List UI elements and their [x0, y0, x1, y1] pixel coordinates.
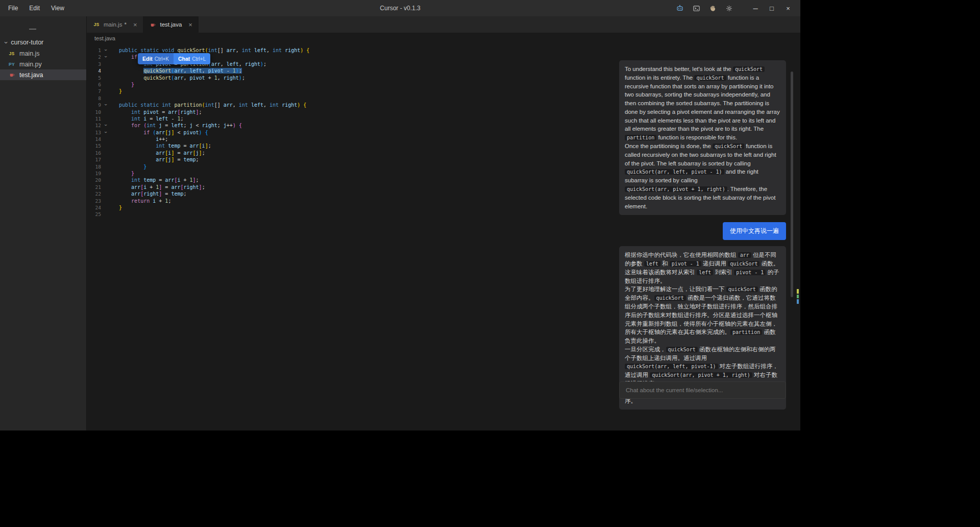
inline-ai-widget: Edit Ctrl+K Chat Ctrl+L: [138, 53, 210, 64]
minimize-button[interactable]: ─: [747, 0, 764, 16]
menubar: File Edit View: [0, 5, 64, 12]
inline-code-chip: left: [644, 261, 660, 267]
explorer-sidebar: › cursor-tutor JS main.js PY main.py tes…: [0, 16, 87, 430]
file-label: main.js: [19, 50, 40, 57]
java-file-icon: [149, 21, 157, 27]
inline-code-chip: arr: [738, 252, 751, 258]
chat-scrollbar[interactable]: [791, 71, 793, 297]
titlebar: File Edit View Cursor - v0.1.3: [0, 0, 800, 16]
terminal-icon[interactable]: [688, 0, 704, 16]
sidebar-item-main-py[interactable]: PY main.py: [0, 59, 86, 69]
inline-code-chip: quickSort: [654, 295, 686, 301]
breadcrumb-item[interactable]: test.java: [94, 35, 115, 41]
robot-icon[interactable]: [672, 0, 688, 16]
inline-code-chip: left: [697, 270, 713, 275]
tab-main-js[interactable]: JS main.js * ×: [87, 16, 143, 33]
inline-code-chip: pivot - 1: [734, 270, 766, 275]
chat-shortcut: Ctrl+L: [192, 56, 206, 62]
inline-code-chip: quickSort: [726, 286, 758, 292]
tab-label: main.js: [104, 21, 122, 28]
tab-test-java[interactable]: test.java ×: [143, 16, 199, 33]
menu-edit[interactable]: Edit: [29, 5, 40, 12]
python-file-icon: PY: [8, 62, 16, 67]
inline-code-chip: quickSort: [733, 66, 765, 72]
close-tab-icon[interactable]: ×: [133, 21, 137, 29]
close-button[interactable]: ×: [780, 0, 796, 16]
sidebar-divider: [29, 29, 36, 30]
hand-icon[interactable]: [704, 0, 721, 16]
inline-code-chip: quickSort(arr, left, pivot-1): [625, 364, 718, 369]
edit-label: Edit: [142, 56, 153, 62]
modified-marker: *: [124, 21, 126, 28]
chat-button[interactable]: Chat Ctrl+L: [174, 53, 210, 64]
chat-label: Chat: [178, 56, 190, 62]
ai-chat-panel: To understand this better, let's look at…: [619, 16, 786, 430]
inline-code-chip: partition: [625, 135, 656, 140]
inline-code-chip: quickSort(arr, pivot + 1, right): [625, 186, 727, 192]
inline-code-chip: quickSort(arr, pivot + 1, right): [650, 372, 752, 378]
menu-view[interactable]: View: [51, 5, 64, 12]
inline-code-chip: quickSort(arr, left, pivot - 1): [625, 169, 724, 175]
inline-code-chip: quickSort: [728, 261, 760, 267]
tab-label: test.java: [160, 21, 182, 28]
js-file-icon: JS: [92, 22, 101, 27]
chevron-down-icon: ›: [3, 41, 10, 43]
maximize-button[interactable]: □: [764, 0, 780, 16]
inline-code-chip: pivot - 1: [670, 261, 701, 267]
sidebar-item-test-java[interactable]: test.java: [0, 69, 86, 80]
cursor-window: File Edit View Cursor - v0.1.3: [0, 0, 800, 430]
js-file-icon: JS: [8, 51, 16, 56]
say-again-in-chinese-button[interactable]: 使用中文再说一遍: [723, 222, 786, 240]
overview-ruler-marks: [797, 289, 799, 304]
gear-icon[interactable]: [721, 0, 737, 16]
inline-code-chip: quickSort: [713, 143, 744, 149]
sidebar-item-main-js[interactable]: JS main.js: [0, 48, 86, 59]
titlebar-actions: ─ □ ×: [672, 0, 800, 16]
chat-bubble-english: To understand this better, let's look at…: [619, 60, 786, 215]
menu-file[interactable]: File: [8, 5, 18, 12]
close-tab-icon[interactable]: ×: [188, 21, 192, 29]
chat-input[interactable]: [619, 381, 786, 399]
inline-code-chip: quickSort: [666, 347, 698, 352]
file-label: main.py: [19, 61, 42, 68]
folder-label: cursor-tutor: [11, 39, 43, 46]
sidebar-folder-cursor-tutor[interactable]: › cursor-tutor: [0, 37, 86, 48]
inline-code-chip: quickSort: [694, 75, 726, 81]
edit-shortcut: Ctrl+K: [155, 56, 169, 62]
file-label: test.java: [19, 71, 43, 79]
edit-button[interactable]: Edit Ctrl+K: [138, 53, 174, 64]
java-file-icon: [8, 72, 16, 78]
inline-code-chip: partition: [730, 329, 762, 335]
